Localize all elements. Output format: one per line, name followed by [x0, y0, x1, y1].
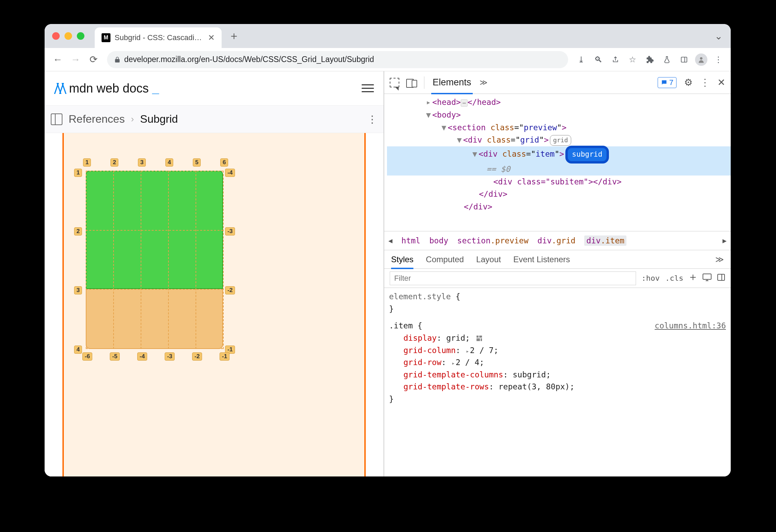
- layout-tab[interactable]: Layout: [476, 255, 501, 264]
- chrome-menu-button[interactable]: ⋮: [712, 53, 725, 66]
- webpage: /\/\ mdn web docs _ References › Subgrid…: [45, 71, 384, 476]
- svg-rect-6: [477, 336, 479, 338]
- separator: [424, 76, 424, 89]
- gear-icon[interactable]: ⚙: [684, 77, 693, 88]
- crumb-div-grid[interactable]: div.grid: [538, 236, 576, 245]
- mdn-logo-mark: /\/\: [54, 79, 64, 98]
- crumb-next-icon[interactable]: ▶: [722, 237, 727, 245]
- grid-line-number: 4: [74, 346, 82, 354]
- extensions-icon[interactable]: [643, 53, 657, 66]
- computed-tab[interactable]: Computed: [426, 255, 464, 264]
- browser-tab[interactable]: M Subgrid - CSS: Cascading Style ✕: [95, 27, 222, 48]
- more-styles-tabs-button[interactable]: ≫: [715, 255, 724, 264]
- zoom-icon[interactable]: 🔍︎: [591, 53, 605, 66]
- tab-title: Subgrid - CSS: Cascading Style: [115, 33, 204, 42]
- labs-icon[interactable]: [660, 53, 674, 66]
- event-listeners-tab[interactable]: Event Listeners: [513, 255, 570, 264]
- grid-line-number: -2: [225, 286, 235, 294]
- reload-button[interactable]: ⟳: [86, 52, 101, 67]
- tab-strip: M Subgrid - CSS: Cascading Style ✕ ＋ ⌄: [45, 24, 731, 48]
- forward-button[interactable]: →: [68, 52, 83, 67]
- message-icon: [661, 79, 668, 86]
- grid-badge[interactable]: grid: [550, 135, 571, 146]
- sidebar-toggle-button[interactable]: [51, 113, 62, 125]
- dom-tree[interactable]: ▸<head>⋯</head> ▼<body> ▼<section class=…: [384, 94, 731, 231]
- url-text: developer.mozilla.org/en-US/docs/Web/CSS…: [124, 55, 374, 64]
- hov-toggle[interactable]: :hov: [642, 274, 660, 282]
- grid-line-number: -6: [82, 352, 92, 361]
- hamburger-menu-button[interactable]: [362, 84, 374, 92]
- crumb-body[interactable]: body: [429, 236, 448, 245]
- dom-breadcrumb: ◀ html body section.preview div.grid div…: [384, 231, 731, 250]
- close-tab-button[interactable]: ✕: [208, 33, 215, 43]
- sidepanel-icon[interactable]: [677, 53, 691, 66]
- crumb-html[interactable]: html: [401, 236, 420, 245]
- grid-editor-icon[interactable]: [476, 335, 482, 341]
- crumb-div-item[interactable]: div.item: [584, 235, 626, 246]
- inspect-element-icon[interactable]: [390, 78, 399, 87]
- zoom-window-button[interactable]: [77, 32, 84, 40]
- lock-icon: [114, 56, 121, 63]
- new-rule-button[interactable]: [689, 273, 697, 283]
- grid-line-number: 1: [83, 158, 91, 167]
- device-toolbar-icon[interactable]: [406, 79, 417, 86]
- grid-preview-area: 1 2 3 4 5 6 1 2 3 4 -4 -3 -2 -1: [45, 133, 384, 476]
- grid-line-number: 1: [74, 169, 82, 177]
- crumb-prev-icon[interactable]: ◀: [388, 237, 392, 245]
- bookmark-icon[interactable]: ☆: [626, 53, 639, 66]
- grid-line-number: -3: [165, 352, 175, 361]
- breadcrumb-parent[interactable]: References: [69, 113, 125, 125]
- close-window-button[interactable]: [52, 32, 60, 40]
- browser-window: M Subgrid - CSS: Cascading Style ✕ ＋ ⌄ ←…: [45, 24, 731, 476]
- crumb-section[interactable]: section.preview: [457, 236, 529, 245]
- computed-sidebar-toggle[interactable]: [717, 273, 725, 283]
- grid-line-number: 3: [138, 158, 146, 167]
- styles-filter-input[interactable]: [390, 271, 636, 285]
- tabs-dropdown-button[interactable]: ⌄: [715, 31, 722, 42]
- install-icon[interactable]: ⤓: [574, 53, 588, 66]
- svg-rect-3: [703, 274, 711, 279]
- svg-rect-9: [481, 338, 482, 341]
- elements-tab[interactable]: Elements: [431, 77, 473, 88]
- mdn-logo-text: mdn web docs _: [69, 81, 159, 96]
- styles-rules[interactable]: element.style { } .item { columns.html:3…: [384, 288, 731, 476]
- cls-toggle[interactable]: .cls: [665, 274, 683, 282]
- profile-button[interactable]: [694, 53, 708, 66]
- styles-tab[interactable]: Styles: [391, 255, 413, 264]
- back-button[interactable]: ←: [50, 52, 65, 67]
- window-controls: [52, 32, 84, 40]
- rule-source-link[interactable]: columns.html:36: [655, 320, 726, 332]
- devtools-tabbar: Elements ≫ 7 ⚙ ⋮ ✕: [384, 71, 731, 94]
- svg-rect-7: [479, 336, 482, 338]
- grid-line-number: 5: [193, 158, 201, 167]
- mdn-logo[interactable]: /\/\ mdn web docs _: [54, 79, 159, 98]
- subgrid-overlay: 1 2 3 4 5 6 1 2 3 4 -4 -3 -2 -1: [86, 171, 223, 349]
- toolbar-icons: ⤓ 🔍︎ ☆ ⋮: [574, 53, 725, 66]
- svg-point-2: [700, 57, 702, 59]
- new-tab-button[interactable]: ＋: [228, 28, 239, 44]
- toolbar: ← → ⟳ developer.mozilla.org/en-US/docs/W…: [45, 48, 731, 71]
- breadcrumb-current: Subgrid: [140, 113, 178, 125]
- styles-subpanel-tabs: Styles Computed Layout Event Listeners ≫: [384, 250, 731, 269]
- styles-filter-row: :hov .cls: [384, 269, 731, 288]
- address-bar[interactable]: developer.mozilla.org/en-US/docs/Web/CSS…: [107, 51, 568, 68]
- content-area: /\/\ mdn web docs _ References › Subgrid…: [45, 71, 731, 476]
- share-icon[interactable]: [609, 53, 622, 66]
- close-devtools-button[interactable]: ✕: [717, 77, 725, 88]
- grid-line-number: -4: [137, 352, 147, 361]
- devtools-menu-button[interactable]: ⋮: [700, 77, 710, 88]
- more-tabs-button[interactable]: ≫: [480, 78, 487, 87]
- devtools-panel: Elements ≫ 7 ⚙ ⋮ ✕ ▸<head>⋯</head> ▼<bod…: [384, 71, 731, 476]
- grid-line-number: -5: [110, 352, 120, 361]
- subgrid-badge[interactable]: subgrid: [566, 146, 608, 163]
- rendering-button[interactable]: [703, 274, 712, 283]
- grid-line-number: 4: [165, 158, 173, 167]
- page-menu-button[interactable]: ⋮: [367, 113, 377, 125]
- grid-line-number: -2: [192, 352, 202, 361]
- issues-badge[interactable]: 7: [658, 77, 677, 88]
- minimize-window-button[interactable]: [64, 32, 72, 40]
- grid-line-number: -4: [225, 169, 235, 177]
- grid-line-number: 2: [74, 227, 82, 235]
- mdn-header: /\/\ mdn web docs _: [45, 71, 384, 106]
- svg-rect-0: [681, 57, 687, 62]
